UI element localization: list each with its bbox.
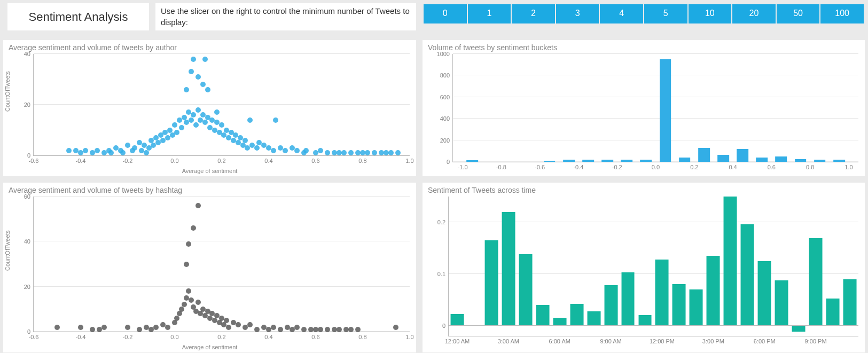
slicer-option[interactable]: 4 bbox=[600, 4, 643, 23]
chart-xlabel: Average of sentiment bbox=[3, 168, 416, 174]
slicer-option[interactable]: 10 bbox=[689, 4, 732, 23]
slicer-option[interactable]: 3 bbox=[556, 4, 599, 23]
slicer-option[interactable]: 50 bbox=[777, 4, 820, 23]
slicer-option[interactable]: 2 bbox=[512, 4, 555, 23]
chart-ylabel: CountOfTweets bbox=[4, 264, 11, 271]
slicer-option[interactable]: 0 bbox=[424, 4, 467, 23]
slicer-option[interactable]: 1 bbox=[468, 4, 511, 23]
chart-bar-time[interactable]: Sentiment of Tweets across time 00.10.21… bbox=[423, 183, 865, 352]
chart-ylabel: CountOfTweets bbox=[4, 105, 11, 112]
chart-plot-area: 02004006008001000-1.0-0.8-0.6-0.4-0.20.0… bbox=[452, 54, 858, 162]
chart-title: Average sentiment and volume of tweets b… bbox=[3, 183, 416, 195]
instruction-card: Use the slicer on the right to control t… bbox=[155, 3, 416, 30]
chart-scatter-author[interactable]: Average sentiment and volume of tweets b… bbox=[3, 40, 416, 176]
chart-xlabel: Average of sentiment bbox=[3, 344, 416, 350]
dashboard: Sentiment Analysis Use the slicer on the… bbox=[0, 0, 868, 353]
chart-title: Sentiment of Tweets across time bbox=[423, 183, 865, 195]
chart-plot-area: 00.10.212:00 AM3:00 AM6:00 AM9:00 AM12:0… bbox=[448, 197, 858, 336]
page-title-card: Sentiment Analysis bbox=[7, 3, 149, 30]
slicer-option[interactable]: 5 bbox=[644, 4, 687, 23]
charts-grid: Average sentiment and volume of tweets b… bbox=[0, 34, 868, 353]
slicer-option[interactable]: 20 bbox=[732, 4, 776, 23]
chart-title: Average sentiment and volume of tweets b… bbox=[3, 40, 416, 53]
chart-plot-area: 02040-0.6-0.4-0.20.00.20.40.60.81.0 bbox=[33, 54, 410, 156]
chart-bar-buckets[interactable]: Volume of tweets by sentiment buckets 02… bbox=[423, 40, 865, 176]
instruction-text: Use the slicer on the right to control t… bbox=[161, 6, 411, 28]
slicer-option[interactable]: 100 bbox=[820, 4, 864, 23]
chart-scatter-hashtag[interactable]: Average sentiment and volume of tweets b… bbox=[3, 183, 416, 352]
chart-plot-area: 0204060-0.6-0.4-0.20.00.20.40.60.81.0 bbox=[33, 197, 410, 332]
chart-title: Volume of tweets by sentiment buckets bbox=[423, 40, 865, 53]
page-title: Sentiment Analysis bbox=[29, 10, 128, 24]
tweets-min-slicer[interactable]: 012345102050100 bbox=[419, 0, 868, 34]
